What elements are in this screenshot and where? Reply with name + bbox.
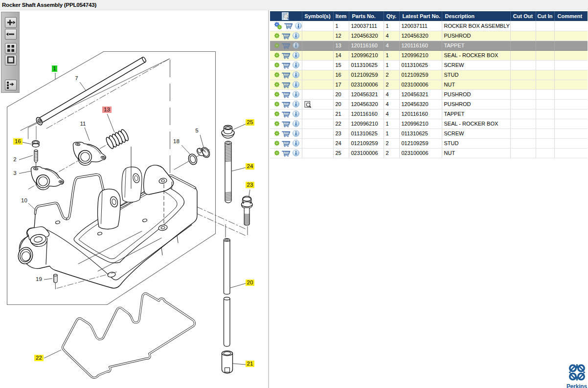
svg-text:1: 1 bbox=[53, 65, 56, 71]
svg-text:16: 16 bbox=[15, 138, 21, 144]
svg-text:23: 23 bbox=[247, 182, 253, 188]
svg-text:5: 5 bbox=[195, 128, 198, 133]
svg-text:21: 21 bbox=[247, 361, 253, 366]
svg-text:25: 25 bbox=[247, 119, 253, 125]
svg-text:3: 3 bbox=[13, 170, 16, 176]
svg-text:7: 7 bbox=[75, 75, 78, 81]
svg-text:11: 11 bbox=[80, 121, 86, 127]
svg-text:10: 10 bbox=[21, 197, 27, 203]
svg-text:22: 22 bbox=[36, 355, 42, 361]
svg-text:2: 2 bbox=[13, 156, 16, 162]
svg-text:18: 18 bbox=[173, 138, 180, 144]
svg-text:20: 20 bbox=[247, 280, 253, 285]
svg-text:24: 24 bbox=[247, 163, 253, 169]
svg-text:19: 19 bbox=[36, 276, 42, 282]
svg-text:13: 13 bbox=[104, 107, 110, 112]
